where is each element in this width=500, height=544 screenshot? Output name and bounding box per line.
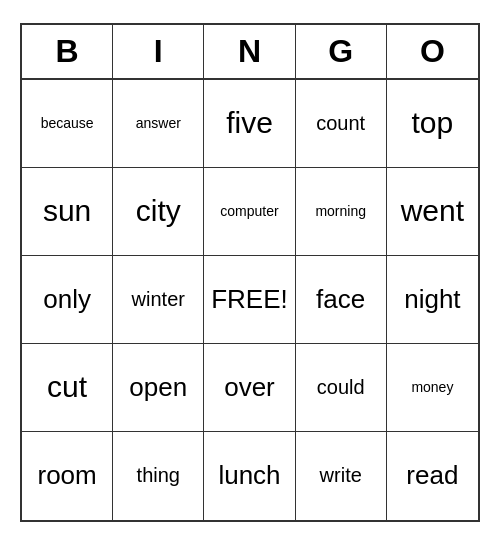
cell-text: five: [226, 106, 273, 140]
cell-text: thing: [137, 464, 180, 487]
cell-text: cut: [47, 370, 87, 404]
cell-text: winter: [132, 288, 185, 311]
bingo-cell[interactable]: morning: [296, 168, 387, 256]
bingo-cell[interactable]: face: [296, 256, 387, 344]
cell-text: count: [316, 112, 365, 135]
header-letter: B: [22, 25, 113, 78]
cell-text: city: [136, 194, 181, 228]
bingo-cell[interactable]: went: [387, 168, 478, 256]
bingo-cell[interactable]: sun: [22, 168, 113, 256]
cell-text: because: [41, 115, 94, 131]
cell-text: read: [406, 460, 458, 491]
cell-text: only: [43, 284, 91, 315]
cell-text: open: [129, 372, 187, 403]
bingo-cell[interactable]: write: [296, 432, 387, 520]
cell-text: could: [317, 376, 365, 399]
bingo-header: BINGO: [22, 25, 478, 80]
bingo-cell[interactable]: top: [387, 80, 478, 168]
cell-text: morning: [315, 203, 366, 219]
bingo-cell[interactable]: only: [22, 256, 113, 344]
bingo-cell[interactable]: winter: [113, 256, 204, 344]
bingo-cell[interactable]: room: [22, 432, 113, 520]
bingo-card: BINGO becauseanswerfivecounttopsuncityco…: [20, 23, 480, 522]
cell-text: FREE!: [211, 284, 288, 315]
bingo-cell[interactable]: answer: [113, 80, 204, 168]
bingo-cell[interactable]: five: [204, 80, 295, 168]
cell-text: night: [404, 284, 460, 315]
cell-text: lunch: [218, 460, 280, 491]
bingo-cell[interactable]: computer: [204, 168, 295, 256]
bingo-cell[interactable]: money: [387, 344, 478, 432]
bingo-cell[interactable]: read: [387, 432, 478, 520]
header-letter: I: [113, 25, 204, 78]
bingo-cell[interactable]: thing: [113, 432, 204, 520]
cell-text: over: [224, 372, 275, 403]
bingo-cell[interactable]: night: [387, 256, 478, 344]
bingo-cell[interactable]: city: [113, 168, 204, 256]
header-letter: N: [204, 25, 295, 78]
bingo-cell[interactable]: open: [113, 344, 204, 432]
bingo-cell[interactable]: FREE!: [204, 256, 295, 344]
cell-text: top: [412, 106, 454, 140]
cell-text: room: [37, 460, 96, 491]
header-letter: G: [296, 25, 387, 78]
cell-text: write: [320, 464, 362, 487]
bingo-grid: becauseanswerfivecounttopsuncitycomputer…: [22, 80, 478, 520]
cell-text: face: [316, 284, 365, 315]
bingo-cell[interactable]: over: [204, 344, 295, 432]
cell-text: sun: [43, 194, 91, 228]
header-letter: O: [387, 25, 478, 78]
bingo-cell[interactable]: could: [296, 344, 387, 432]
bingo-cell[interactable]: lunch: [204, 432, 295, 520]
bingo-cell[interactable]: because: [22, 80, 113, 168]
cell-text: computer: [220, 203, 278, 219]
cell-text: went: [401, 194, 464, 228]
cell-text: answer: [136, 115, 181, 131]
bingo-cell[interactable]: count: [296, 80, 387, 168]
cell-text: money: [411, 379, 453, 395]
bingo-cell[interactable]: cut: [22, 344, 113, 432]
